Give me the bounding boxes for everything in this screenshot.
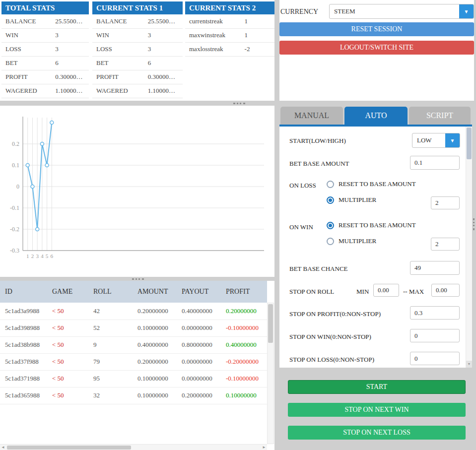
- profit-chart-panel: 0.20.10-0.1-0.2-0.3123456: [0, 106, 274, 277]
- on-win-multiplier-radio[interactable]: [327, 238, 334, 245]
- table-row: 5c1ad371988 < 50 95 0.10000000 0.0000000…: [0, 370, 267, 387]
- bets-horizontal-scrollbar[interactable]: ◄ ►: [0, 444, 267, 450]
- start-button[interactable]: START: [288, 380, 466, 394]
- on-win-multiplier-option[interactable]: MULTIPLIER: [327, 237, 376, 245]
- stat-row: BALANCE25.5500…: [92, 14, 183, 28]
- scrollbar-thumb[interactable]: [7, 446, 131, 450]
- scroll-left-icon[interactable]: ◄: [0, 445, 6, 450]
- stat-row: WAGERED1.10000…: [1, 84, 89, 98]
- stat-label: BALANCE: [92, 14, 144, 28]
- cell-roll: 79: [88, 353, 133, 370]
- vertical-splitter[interactable]: [472, 0, 476, 450]
- stat-label: WIN: [92, 28, 144, 42]
- tab-auto[interactable]: AUTO: [344, 107, 408, 125]
- start-select-dropdown-icon[interactable]: ▼: [445, 133, 460, 147]
- scrollbar-thumb[interactable]: [467, 128, 472, 159]
- stop-on-profit-input[interactable]: [410, 306, 460, 320]
- roll-min-label: MIN: [356, 288, 369, 296]
- cell-profit: -0.10000000: [221, 370, 267, 387]
- stat-value: 25.5500…: [144, 14, 183, 28]
- svg-text:1: 1: [26, 253, 29, 259]
- cell-roll: 9: [88, 336, 133, 353]
- start-low-high-label: START(LOW/HIGH): [289, 137, 346, 145]
- stat-row: PROFIT0.30000…: [92, 70, 183, 84]
- svg-text:0.1: 0.1: [12, 162, 19, 169]
- stop-on-win-label: STOP ON WIN(0:NON-STOP): [289, 333, 371, 341]
- on-loss-multiplier-input[interactable]: [431, 196, 460, 209]
- stat-value: 1: [241, 28, 274, 42]
- stat-row: BET6: [92, 56, 183, 70]
- tab-script[interactable]: SCRIPT: [409, 107, 471, 125]
- total-stats-title: TOTAL STATS: [1, 1, 89, 14]
- stat-label: currentstreak: [185, 14, 241, 28]
- cell-bet-id: 5c1ad37f988: [0, 353, 47, 370]
- total-stats-table: TOTAL STATS BALANCE25.5500… WIN3 LOSS3 B…: [1, 1, 89, 98]
- stat-row: WAGERED1.10000…: [92, 84, 183, 98]
- bets-vertical-scrollbar[interactable]: [267, 303, 274, 444]
- on-loss-reset-label: RESET TO BASE AMOUNT: [339, 180, 416, 188]
- stop-on-loss-label: STOP ON LOSS(0:NON-STOP): [289, 356, 374, 364]
- reset-session-button[interactable]: RESET SESSION: [279, 22, 474, 36]
- table-row: 5c1ad38b988 < 50 9 0.40000000 0.80000000…: [0, 336, 267, 353]
- splitter-grip[interactable]: [233, 103, 245, 104]
- table-header-row: ID GAME ROLL AMOUNT PAYOUT PROFIT: [0, 281, 267, 303]
- cell-bet-id: 5c1ad365988: [0, 387, 47, 404]
- on-win-reset-radio[interactable]: [327, 222, 334, 229]
- horizontal-splitter-top[interactable]: [0, 101, 274, 106]
- stop-on-loss-input[interactable]: [410, 352, 460, 365]
- cell-game: < 50: [47, 387, 88, 404]
- cell-game: < 50: [47, 353, 88, 370]
- splitter-grip[interactable]: [132, 278, 144, 280]
- session-controls: CURRENCY STEEM ▼ RESET SESSION LOGOUT/SW…: [279, 0, 474, 101]
- start-select[interactable]: LOW ▼: [412, 133, 460, 148]
- cell-amount: 0.10000000: [133, 387, 177, 404]
- current-stats2-title: CURRENT STATS 2: [185, 1, 274, 14]
- on-loss-multiplier-radio[interactable]: [327, 196, 334, 204]
- table-row: 5c1ad3a9988 < 50 42 0.20000000 0.4000000…: [0, 303, 267, 320]
- on-loss-label: ON LOSS: [289, 182, 316, 190]
- scrollbar-thumb[interactable]: [268, 304, 273, 343]
- on-loss-reset-radio[interactable]: [327, 181, 334, 188]
- currency-select[interactable]: STEEM ▼: [329, 4, 474, 19]
- on-loss-reset-option[interactable]: RESET TO BASE AMOUNT: [327, 180, 416, 188]
- logout-switch-site-button[interactable]: LOGOUT/SWITCH SITE: [279, 41, 474, 55]
- form-vertical-scrollbar[interactable]: ▼: [466, 127, 472, 368]
- stat-value: 3: [144, 42, 183, 56]
- on-win-reset-label: RESET TO BASE AMOUNT: [339, 221, 416, 229]
- stat-label: PROFIT: [92, 70, 144, 84]
- table-row: 5c1ad37f988 < 50 79 0.20000000 0.0000000…: [0, 353, 267, 370]
- splitter-grip[interactable]: [473, 218, 475, 230]
- on-loss-multiplier-option[interactable]: MULTIPLIER: [327, 196, 376, 204]
- cell-roll: 52: [88, 320, 133, 336]
- current-stats1-title: CURRENT STATS 1: [92, 1, 183, 14]
- scroll-right-icon[interactable]: ►: [261, 445, 267, 450]
- cell-game: < 50: [47, 303, 88, 320]
- cell-bet-id: 5c1ad38b988: [0, 336, 47, 353]
- cell-profit: 0.20000000: [221, 303, 267, 320]
- stat-row: currentstreak1: [185, 14, 274, 28]
- scroll-down-icon[interactable]: ▼: [466, 361, 472, 368]
- stat-value: 6: [144, 56, 183, 70]
- currency-dropdown-icon[interactable]: ▼: [459, 4, 474, 18]
- bet-base-chance-input[interactable]: [410, 261, 460, 275]
- bet-base-amount-input[interactable]: [410, 156, 460, 170]
- stat-value: -2: [241, 42, 274, 56]
- on-win-multiplier-input[interactable]: [431, 238, 460, 251]
- cell-profit: -0.20000000: [221, 353, 267, 370]
- cell-game: < 50: [47, 320, 88, 336]
- stop-next-win-button[interactable]: STOP ON NEXT WIN: [288, 403, 466, 417]
- roll-max-input[interactable]: [431, 284, 460, 297]
- stat-row: WIN3: [1, 28, 89, 42]
- stat-value: 3: [51, 28, 89, 42]
- column-header-game: GAME: [47, 281, 88, 303]
- svg-text:0.2: 0.2: [12, 140, 19, 147]
- stop-next-loss-button[interactable]: STOP ON NEXT LOSS: [288, 426, 466, 440]
- bets-table: ID GAME ROLL AMOUNT PAYOUT PROFIT 5c1ad3…: [0, 281, 267, 404]
- stat-value: 1: [241, 14, 274, 28]
- stop-on-roll-label: STOP ON ROLL: [289, 288, 334, 296]
- on-win-reset-option[interactable]: RESET TO BASE AMOUNT: [327, 221, 416, 229]
- roll-min-input[interactable]: [373, 284, 399, 297]
- horizontal-splitter-middle[interactable]: [0, 277, 274, 281]
- tab-manual[interactable]: MANUAL: [280, 107, 343, 125]
- stop-on-win-input[interactable]: [410, 329, 460, 342]
